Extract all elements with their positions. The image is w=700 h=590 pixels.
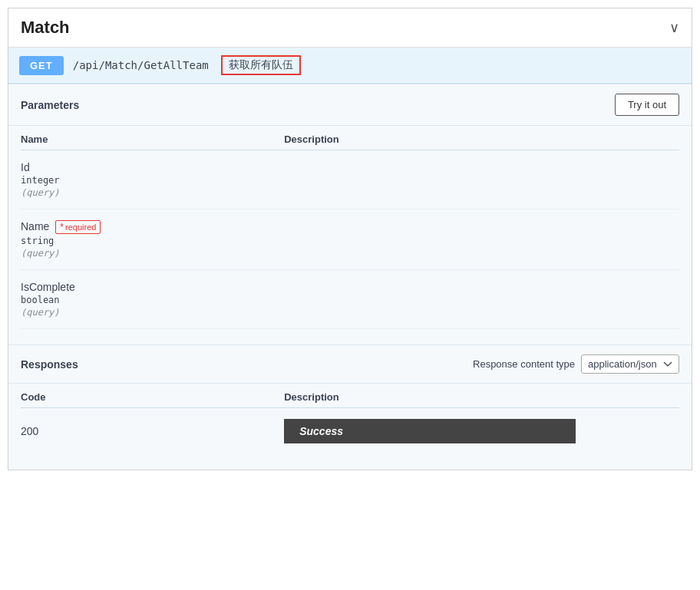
parameters-header: Parameters Try it out (8, 84, 692, 126)
try-it-out-button[interactable]: Try it out (615, 94, 679, 116)
response-desc-200: Success (284, 419, 679, 443)
endpoint-description: 获取所有队伍 (221, 55, 301, 75)
col-code-header: Code (21, 391, 284, 403)
param-id-type: integer (21, 175, 284, 186)
content-type-select[interactable]: application/json (581, 354, 679, 374)
parameters-section: Parameters Try it out Name Description I… (8, 84, 692, 344)
param-name-flex: Name * required string (query) (21, 220, 679, 259)
required-label: required (65, 222, 96, 232)
param-name-col: Name * required (21, 220, 284, 234)
response-code-200: 200 (21, 425, 284, 437)
param-id-name: Id (21, 161, 284, 173)
page-container: Match ∨ GET /api/Match/GetAllTeam 获取所有队伍… (0, 0, 700, 590)
param-row-id: Id integer (query) (21, 150, 679, 209)
chevron-down-icon[interactable]: ∨ (669, 19, 679, 36)
param-id-flex: Id integer (query) (21, 161, 679, 198)
params-column-headers: Name Description (21, 126, 679, 150)
content-type-wrapper: Response content type application/json (473, 354, 679, 374)
col-header-name: Name (21, 133, 284, 145)
success-badge: Success (284, 419, 576, 443)
param-iscomplete-location: (query) (21, 307, 284, 318)
responses-section: Responses Response content type applicat… (8, 344, 692, 470)
responses-spacer (21, 454, 679, 470)
param-row-iscomplete: IsComplete boolean (query) (21, 270, 679, 329)
param-iscomplete-flex: IsComplete boolean (query) (21, 281, 679, 318)
endpoint-path: /api/Match/GetAllTeam (73, 59, 209, 71)
parameters-table: Name Description Id integer (query) (8, 126, 692, 344)
responses-label: Responses (21, 358, 78, 371)
param-id-location: (query) (21, 187, 284, 198)
responses-header: Responses Response content type applicat… (8, 344, 692, 384)
content-type-label: Response content type (473, 358, 575, 370)
responses-column-headers: Code Description (21, 384, 679, 408)
param-name-location: (query) (21, 248, 284, 259)
match-section: Match ∨ GET /api/Match/GetAllTeam 获取所有队伍… (8, 8, 692, 470)
parameters-label: Parameters (21, 99, 79, 111)
get-method-badge: GET (19, 56, 64, 75)
param-iscomplete-name: IsComplete (21, 281, 284, 293)
params-spacer (21, 329, 679, 344)
param-required-badge: * required (55, 220, 101, 234)
param-name-left: Name * required string (query) (21, 220, 284, 259)
response-row-200: 200 Success (21, 408, 679, 454)
param-iscomplete-left: IsComplete boolean (query) (21, 281, 284, 318)
param-iscomplete-type: boolean (21, 295, 284, 305)
responses-table: Code Description 200 Success (8, 384, 692, 470)
col-header-description: Description (284, 133, 679, 145)
section-title: Match (21, 18, 70, 38)
col-response-description-header: Description (284, 391, 679, 403)
section-header[interactable]: Match ∨ (8, 8, 692, 48)
endpoint-bar: GET /api/Match/GetAllTeam 获取所有队伍 (8, 48, 692, 84)
required-star: * (60, 222, 64, 232)
param-name-text: Name (21, 220, 49, 232)
param-name-type: string (21, 236, 284, 246)
param-row-name: Name * required string (query) (21, 209, 679, 270)
param-id-left: Id integer (query) (21, 161, 284, 198)
